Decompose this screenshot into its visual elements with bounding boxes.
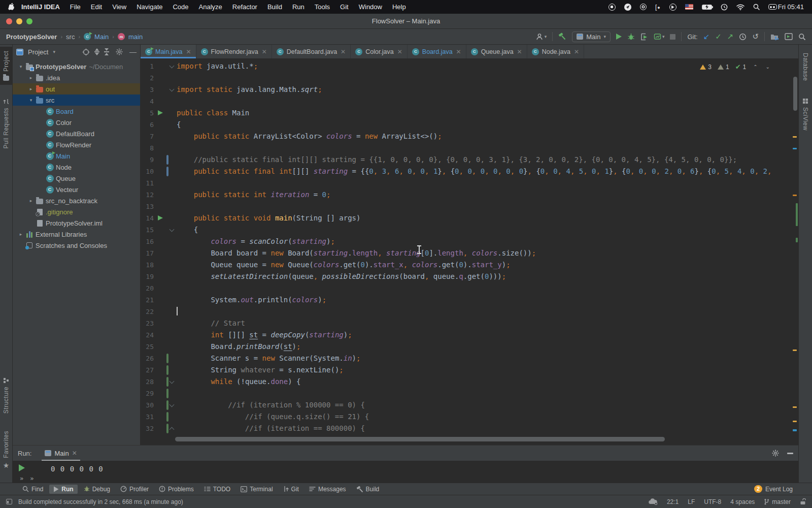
tool-button-structure[interactable]: Structure <box>0 373 12 418</box>
expand-arrow-icon[interactable]: ▸ <box>27 86 35 91</box>
code-line[interactable]: int [][] st = deepCopy(starting); <box>177 329 798 341</box>
expand-arrow-icon[interactable]: ▸ <box>17 232 25 237</box>
console-toolbar-chevrons[interactable]: »» <box>20 475 33 482</box>
fold-icon[interactable] <box>170 64 175 69</box>
code-line[interactable]: String whatever = s.nextLine(); <box>177 364 798 376</box>
breadcrumb-class[interactable]: Main <box>94 33 109 41</box>
tool-window-button-terminal[interactable]: Terminal <box>236 485 277 494</box>
breadcrumb-method[interactable]: main <box>128 33 143 41</box>
menu-item-refactor[interactable]: Refactor <box>227 3 262 11</box>
code-line[interactable]: { <box>177 119 798 131</box>
editor-tab-queue.java[interactable]: CQueue.java✕ <box>466 45 527 58</box>
editor-tab-main.java[interactable]: CMain.java✕ <box>141 45 196 58</box>
close-tab-icon[interactable]: ✕ <box>186 48 191 55</box>
editor-tab-node.java[interactable]: CNode.java✕ <box>527 45 584 58</box>
locate-file-button[interactable] <box>82 48 90 56</box>
tree-item-external libraries[interactable]: ▸External Libraries <box>13 229 140 240</box>
tree-item-prototypesolver[interactable]: ▾PrototypeSolver~/Documen <box>13 61 140 72</box>
project-view-selector[interactable]: Project <box>28 48 48 56</box>
code-line[interactable] <box>177 142 798 154</box>
tree-item-.idea[interactable]: ▸.idea <box>13 72 140 83</box>
code-line[interactable] <box>177 72 798 84</box>
menu-item-intellij-idea[interactable]: IntelliJ IDEA <box>18 3 65 11</box>
menu-item-view[interactable]: View <box>107 3 131 11</box>
now-playing-icon[interactable]: [● <box>655 3 661 11</box>
input-source-flag-icon[interactable] <box>685 3 693 11</box>
breadcrumb-src[interactable]: src <box>66 33 75 41</box>
close-tab-icon[interactable]: ✕ <box>397 48 402 55</box>
tool-window-button-git[interactable]: Git <box>279 485 303 494</box>
fold-icon[interactable] <box>170 379 175 384</box>
hide-panel-icon[interactable] <box>787 453 793 454</box>
breadcrumb-project[interactable]: PrototypeSolver <box>6 33 57 41</box>
git-push-button[interactable]: ↗ <box>727 33 734 41</box>
tree-item-main[interactable]: CMain <box>13 150 140 162</box>
wifi-icon[interactable] <box>736 3 745 11</box>
run-line-icon[interactable] <box>158 110 163 115</box>
build-hammer-icon[interactable] <box>558 33 566 41</box>
fold-icon[interactable] <box>170 402 175 407</box>
event-log-button[interactable]: 2 Event Log <box>754 485 793 493</box>
project-structure-button[interactable] <box>770 33 779 41</box>
next-problem-button[interactable]: ⌄ <box>766 64 771 70</box>
fold-icon[interactable] <box>170 227 175 232</box>
focus-icon[interactable] <box>640 3 647 11</box>
editor-tab-defaultboard.java[interactable]: CDefaultBoard.java✕ <box>272 45 351 58</box>
tool-button-project[interactable]: Project <box>0 47 12 85</box>
editor-tab-board.java[interactable]: CBoard.java✕ <box>408 45 466 58</box>
menu-item-code[interactable]: Code <box>167 3 193 11</box>
tool-window-button-build[interactable]: Build <box>352 485 384 494</box>
code-line[interactable]: System.out.println(colors); <box>177 294 798 306</box>
hide-panel-button[interactable]: — <box>129 48 137 56</box>
git-commit-button[interactable]: ✓ <box>715 33 722 41</box>
menu-item-window[interactable]: Window <box>354 3 387 11</box>
prev-problem-button[interactable]: ⌃ <box>753 64 758 70</box>
tool-button-database[interactable]: Database <box>799 47 812 85</box>
run-console[interactable]: 0 0 0 0 0 0 »» <box>13 461 798 483</box>
play-circle-icon[interactable] <box>669 3 676 11</box>
cloud-sync-icon[interactable] <box>649 498 658 505</box>
close-tab-icon[interactable]: ✕ <box>341 48 346 55</box>
battery-icon[interactable] <box>702 3 712 11</box>
menu-item-navigate[interactable]: Navigate <box>131 3 167 11</box>
zoom-window-button[interactable] <box>26 18 32 24</box>
local-history-button[interactable] <box>739 33 747 41</box>
run-anything-button[interactable] <box>785 33 793 40</box>
code-line[interactable]: setLatestDirection(queue, possibleDirect… <box>177 271 798 282</box>
run-button[interactable] <box>616 34 622 40</box>
fold-icon[interactable] <box>170 87 175 92</box>
time-machine-icon[interactable] <box>721 3 728 11</box>
run-configuration-selector[interactable]: Main ▾ <box>572 31 611 42</box>
fold-icon[interactable] <box>170 427 175 432</box>
error-stripe[interactable] <box>792 59 798 445</box>
code-line[interactable]: public class Main <box>177 107 798 119</box>
tool-window-button-problems[interactable]: Problems <box>155 485 198 494</box>
debug-button[interactable] <box>627 33 635 41</box>
expand-arrow-icon[interactable]: ▸ <box>27 75 35 80</box>
tree-item-node[interactable]: CNode <box>13 162 140 173</box>
close-tab-icon[interactable]: ✕ <box>262 48 267 55</box>
rollback-button[interactable]: ↺ <box>752 33 759 41</box>
git-update-button[interactable]: ↙ <box>703 33 710 41</box>
rerun-button[interactable] <box>19 464 25 471</box>
code-line[interactable]: public static final int[][] starting = {… <box>177 166 798 177</box>
tree-item-color[interactable]: CColor <box>13 117 140 128</box>
code-line[interactable] <box>177 177 798 189</box>
tree-item-defaultboard[interactable]: CDefaultBoard <box>13 128 140 139</box>
code-line[interactable] <box>177 282 798 294</box>
tool-window-switcher-icon[interactable] <box>6 499 12 504</box>
tree-item-prototypesolver.iml[interactable]: PrototypeSolver.iml <box>13 217 140 229</box>
tree-item-scratches and consoles[interactable]: Scratches and Consoles <box>13 240 140 251</box>
code-line[interactable] <box>177 388 798 399</box>
apple-menu-icon[interactable] <box>8 3 15 11</box>
tree-item-board[interactable]: CBoard <box>13 106 140 117</box>
tree-item-.gitignore[interactable]: .gitignore <box>13 206 140 217</box>
code-line[interactable]: //if (iteration == 800000) { <box>177 423 798 434</box>
run-line-icon[interactable] <box>158 215 163 220</box>
code-line[interactable] <box>177 96 798 107</box>
code-line[interactable]: public static void main(String [] args) <box>177 212 798 224</box>
expand-arrow-icon[interactable]: ▸ <box>27 198 35 203</box>
profiler-button[interactable]: ▾ <box>654 33 665 41</box>
expand-all-button[interactable] <box>94 48 99 55</box>
code-line[interactable]: //if (queue.q.size() == 21) { <box>177 411 798 423</box>
